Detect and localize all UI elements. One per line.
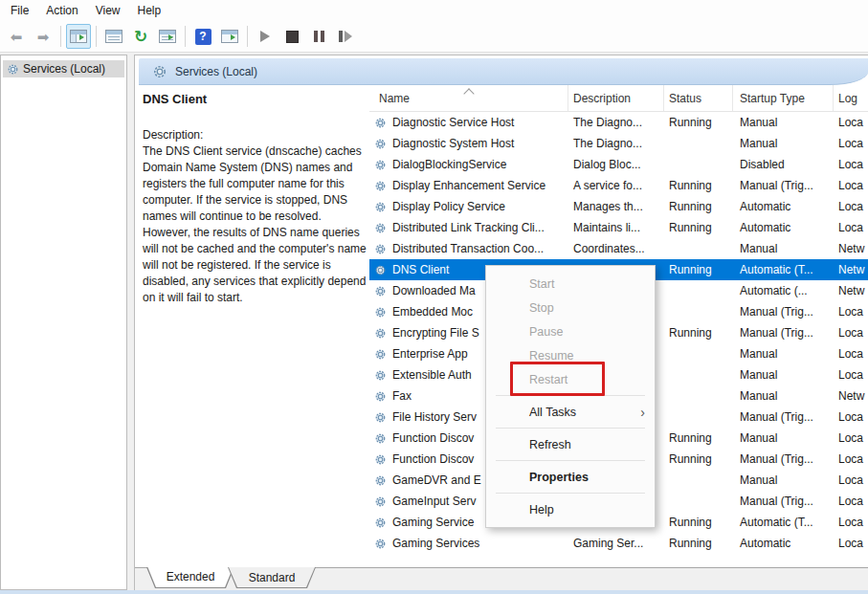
submenu-arrow-icon: › — [640, 405, 645, 420]
service-logon-cell: Loca — [834, 221, 868, 234]
service-startup-cell: Manual — [733, 473, 834, 487]
service-gear-icon — [374, 474, 387, 487]
forward-icon[interactable]: ➡ — [31, 24, 56, 49]
services-gear-icon — [152, 64, 167, 79]
selected-service-title: DNS Client — [143, 92, 367, 106]
service-row[interactable]: Display Enhancement ServiceA service fo.… — [369, 175, 868, 196]
context-menu-item-properties[interactable]: Properties — [486, 465, 655, 489]
menu-item-label: Resume — [529, 349, 574, 363]
service-description-cell: Manages th... — [568, 200, 664, 213]
stop-service-button[interactable] — [279, 24, 304, 49]
restart-service-icon — [339, 31, 352, 42]
extended-description-panel: DNS Client Description: The DNS Client s… — [143, 92, 367, 306]
service-logon-cell: Netw — [834, 263, 868, 276]
description-label: Description: — [143, 128, 203, 142]
service-status-cell: Running — [664, 116, 733, 129]
service-name: File History Serv — [392, 410, 477, 424]
column-header-startup-type[interactable]: Startup Type — [733, 85, 834, 111]
service-description-cell: The Diagno... — [568, 116, 664, 129]
restart-highlight-annotation — [510, 362, 605, 396]
service-name: Gaming Service — [392, 516, 474, 529]
service-gear-icon — [374, 517, 387, 529]
service-logon-cell: Loca — [834, 305, 868, 319]
service-status-cell: Running — [664, 452, 733, 466]
service-status-cell: Running — [664, 263, 733, 276]
service-row[interactable]: Diagnostic Service HostThe Diagno...Runn… — [369, 112, 868, 133]
service-logon-cell: Loca — [834, 410, 868, 424]
service-name: Embedded Moc — [392, 305, 473, 319]
service-status-cell: Running — [664, 179, 733, 192]
tab-extended[interactable]: Extended — [146, 567, 234, 588]
properties-window-button[interactable] — [101, 24, 126, 49]
pause-service-icon — [314, 31, 324, 42]
service-logon-cell: Loca — [834, 495, 868, 508]
service-logon-cell: Netw — [834, 389, 868, 403]
restart-service-button[interactable] — [333, 24, 358, 49]
service-startup-cell: Manual — [733, 242, 834, 255]
service-gear-icon — [374, 327, 387, 340]
column-header-log-on-as[interactable]: Log — [834, 85, 868, 111]
menu-action[interactable]: Action — [37, 2, 86, 19]
context-menu-item-stop: Stop — [486, 296, 655, 319]
help-button[interactable]: ? — [190, 24, 215, 49]
column-header-status[interactable]: Status — [664, 85, 733, 111]
menu-bar: FileActionViewHelp — [0, 0, 868, 21]
service-startup-cell: Automatic — [733, 200, 834, 213]
menu-separator — [496, 428, 645, 429]
service-name: DialogBlockingService — [392, 158, 506, 171]
services-gear-icon — [7, 63, 19, 76]
service-gear-icon — [374, 306, 387, 319]
service-startup-cell: Manual (Trig... — [733, 326, 834, 340]
service-row[interactable]: Display Policy ServiceManages th...Runni… — [369, 196, 868, 217]
context-menu-item-refresh[interactable]: Refresh — [486, 432, 655, 456]
service-name: Enterprise App — [392, 347, 468, 361]
show-console-tree-button[interactable] — [66, 24, 91, 49]
service-name: Distributed Transaction Coo... — [392, 242, 544, 255]
menu-view[interactable]: View — [87, 2, 129, 19]
column-header-description[interactable]: Description — [568, 85, 664, 111]
service-startup-cell: Manual — [733, 389, 834, 403]
service-gear-icon — [374, 138, 387, 150]
service-logon-cell: Loca — [834, 368, 868, 382]
service-name: Function Discov — [392, 431, 474, 445]
context-menu-item-pause: Pause — [486, 319, 655, 343]
service-row[interactable]: Distributed Transaction Coo...Coordinate… — [369, 238, 868, 259]
back-icon[interactable]: ⬅ — [4, 24, 29, 49]
service-description-cell: Gaming Ser... — [568, 537, 664, 550]
menu-help[interactable]: Help — [129, 2, 170, 19]
refresh-button[interactable]: ↻ — [128, 24, 153, 49]
menu-file[interactable]: File — [2, 2, 37, 19]
context-menu-item-all-tasks[interactable]: All Tasks› — [486, 400, 655, 424]
service-row[interactable]: Gaming ServicesGaming Ser...RunningAutom… — [369, 533, 868, 554]
service-gear-icon — [374, 264, 387, 276]
service-row[interactable]: Diagnostic System HostThe Diagno...Manua… — [369, 133, 868, 154]
action-pane-icon — [221, 30, 238, 43]
help-icon: ? — [195, 29, 211, 45]
service-logon-cell: Loca — [834, 452, 868, 466]
service-gear-icon — [374, 117, 387, 129]
console-tree-panel: Services (Local) — [0, 55, 127, 590]
export-list-button[interactable] — [155, 24, 180, 49]
pause-service-button[interactable] — [306, 24, 331, 49]
service-row[interactable]: DialogBlockingServiceDialog Bloc...Disab… — [369, 154, 868, 175]
service-logon-cell: Loca — [834, 179, 868, 192]
tree-item-services-local[interactable]: Services (Local) — [3, 60, 124, 77]
tab-label: Standard — [229, 567, 315, 587]
start-service-button[interactable] — [253, 24, 278, 49]
service-row[interactable]: Distributed Link Tracking Cli...Maintain… — [369, 217, 868, 238]
tab-standard[interactable]: Standard — [228, 567, 316, 588]
pane-title: Services (Local) — [175, 65, 257, 78]
service-startup-cell: Manual (Trig... — [733, 179, 834, 192]
context-menu: StartStopPauseResumeRestartAll Tasks›Ref… — [485, 265, 656, 528]
service-startup-cell: Manual — [733, 431, 834, 445]
service-gear-icon — [374, 348, 387, 361]
service-startup-cell: Automatic — [733, 537, 834, 550]
service-gear-icon — [374, 201, 387, 213]
service-name: Display Enhancement Service — [392, 179, 545, 192]
menu-item-label: Pause — [529, 325, 563, 339]
service-status-cell: Running — [664, 326, 733, 340]
show-action-pane-button[interactable] — [217, 24, 242, 49]
context-menu-item-help[interactable]: Help — [486, 497, 655, 521]
service-description-cell: Maintains li... — [568, 221, 664, 234]
service-startup-cell: Manual (Trig... — [733, 452, 834, 466]
